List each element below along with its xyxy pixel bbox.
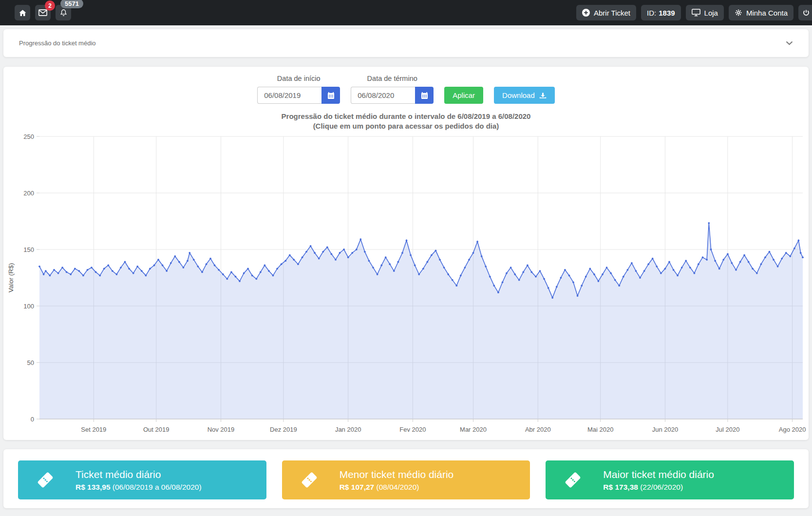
stat-card-menor-ticket[interactable]: Menor ticket médio diário R$ 107,27 (08/… [282,460,530,499]
chart-card: Data de início Data de término [3,67,809,440]
collapse-panel-header[interactable]: Progressão do ticket médio [3,29,809,57]
svg-text:Valor (R$): Valor (R$) [7,263,15,293]
abrir-ticket-label: Abrir Ticket [594,9,630,17]
id-label: ID: [647,9,656,17]
notifications-count-badge: 5571 [60,0,83,8]
svg-text:Set 2019: Set 2019 [81,426,106,433]
stat-card-title: Menor ticket médio diário [340,469,454,480]
svg-text:Jan 2020: Jan 2020 [335,426,361,433]
end-date-group: Data de término [351,75,434,104]
power-icon [802,9,810,17]
start-date-label: Data de início [277,75,321,82]
svg-text:Out 2019: Out 2019 [143,426,170,433]
chart-area: 050100150200250Set 2019Out 2019Nov 2019D… [3,133,809,446]
store-id-chip[interactable]: ID: 1839 [641,5,681,20]
messages-button[interactable]: 2 [35,5,51,20]
logout-button[interactable] [798,5,812,20]
ticket-medio-line-chart[interactable]: 050100150200250Set 2019Out 2019Nov 2019D… [5,133,807,444]
bell-icon [59,8,68,17]
ticket-icon [301,471,318,489]
end-date-input[interactable] [351,87,415,104]
minha-conta-button[interactable]: Minha Conta [729,5,793,20]
start-date-input[interactable] [257,87,321,104]
home-icon [19,9,27,17]
stat-card-detail: (06/08/2019 a 06/08/2020) [111,483,202,491]
gear-icon [735,9,742,17]
monitor-icon [692,9,700,17]
plus-circle-icon [582,9,590,17]
download-button-label: Download [502,91,535,99]
stat-card-value: R$ 133,95 [76,483,111,491]
end-date-calendar-button[interactable] [415,87,434,104]
svg-text:Mai 2020: Mai 2020 [587,426,613,433]
apply-button-label: Aplicar [453,91,475,99]
navbar-right-group: Abrir Ticket ID: 1839 Loja [576,5,806,20]
download-icon [539,92,547,99]
svg-text:Nov 2019: Nov 2019 [208,426,235,433]
calendar-icon [327,92,335,99]
svg-text:Ago 2020: Ago 2020 [779,426,806,433]
stat-card-detail: (22/06/2020) [638,483,683,491]
svg-text:Fev 2020: Fev 2020 [399,426,426,433]
download-button[interactable]: Download [494,87,555,104]
abrir-ticket-button[interactable]: Abrir Ticket [576,5,636,20]
home-button[interactable] [15,5,30,20]
svg-text:150: 150 [23,246,34,253]
minha-conta-label: Minha Conta [746,9,788,17]
apply-button[interactable]: Aplicar [444,87,483,104]
svg-text:0: 0 [31,416,34,423]
stat-card-ticket-medio[interactable]: Ticket médio diário R$ 133,95 (06/08/201… [18,460,266,499]
loja-button[interactable]: Loja [686,5,724,20]
stat-card-value: R$ 173,38 [603,483,638,491]
chevron-down-icon[interactable] [786,41,793,45]
svg-text:250: 250 [23,133,34,140]
svg-text:100: 100 [23,303,34,310]
calendar-icon [421,92,428,99]
messages-count-badge: 2 [45,0,55,11]
notifications-button[interactable]: 5571 [56,5,71,20]
stat-card-maior-ticket[interactable]: Maior ticket médio diário R$ 173,38 (22/… [546,460,794,499]
svg-text:Abr 2020: Abr 2020 [525,426,551,433]
start-date-group: Data de início [257,75,340,104]
collapse-panel-title: Progressão do ticket médio [19,39,96,47]
svg-text:50: 50 [27,359,34,366]
end-date-label: Data de término [367,75,417,82]
stats-panel: Ticket médio diário R$ 133,95 (06/08/201… [3,449,809,508]
ticket-icon [37,471,54,489]
date-range-controls: Data de início Data de término [3,75,809,104]
svg-text:Jul 2020: Jul 2020 [716,426,739,433]
stat-card-value: R$ 107,27 [340,483,375,491]
top-navbar: 2 5571 Abrir Ticket ID: 1839 [0,0,812,25]
svg-text:Jun 2020: Jun 2020 [652,426,679,433]
navbar-left-group: 2 5571 [15,5,71,20]
svg-text:Mar 2020: Mar 2020 [460,426,487,433]
svg-text:200: 200 [23,190,34,197]
stat-card-detail: (08/04/2020) [374,483,419,491]
stat-card-title: Maior ticket médio diário [603,469,714,480]
chart-title-line2: (Clique em um ponto para acessar os pedi… [3,121,809,131]
ticket-icon [564,471,582,489]
envelope-icon [38,9,47,16]
start-date-calendar-button[interactable] [321,87,340,104]
loja-label: Loja [704,9,718,17]
stat-card-title: Ticket médio diário [76,469,202,480]
id-value: 1839 [659,9,675,17]
chart-title: Progressão do ticket médio durante o int… [3,112,809,131]
svg-text:Dez 2019: Dez 2019 [270,426,297,433]
chart-title-line1: Progressão do ticket médio durante o int… [3,112,809,121]
